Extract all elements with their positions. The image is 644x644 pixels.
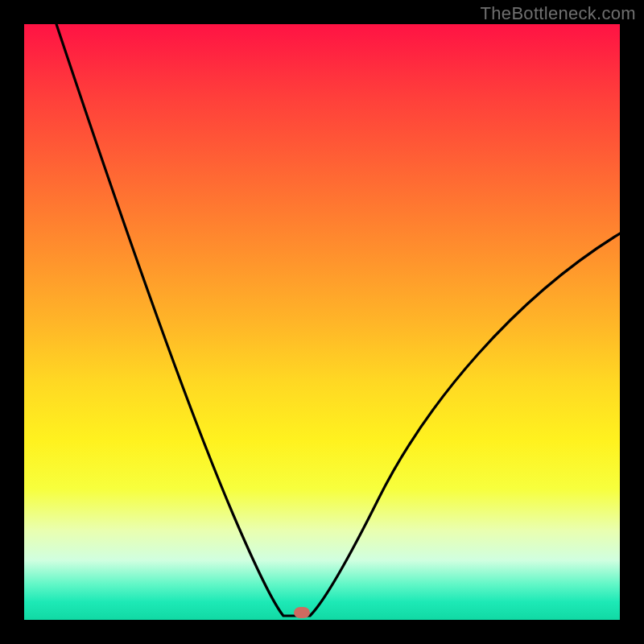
chart-frame: TheBottleneck.com [0,0,644,644]
plot-area [24,24,620,620]
curve-path [56,24,620,616]
watermark-text: TheBottleneck.com [481,3,636,24]
optimal-point-marker [294,607,310,618]
bottleneck-curve [24,24,620,620]
